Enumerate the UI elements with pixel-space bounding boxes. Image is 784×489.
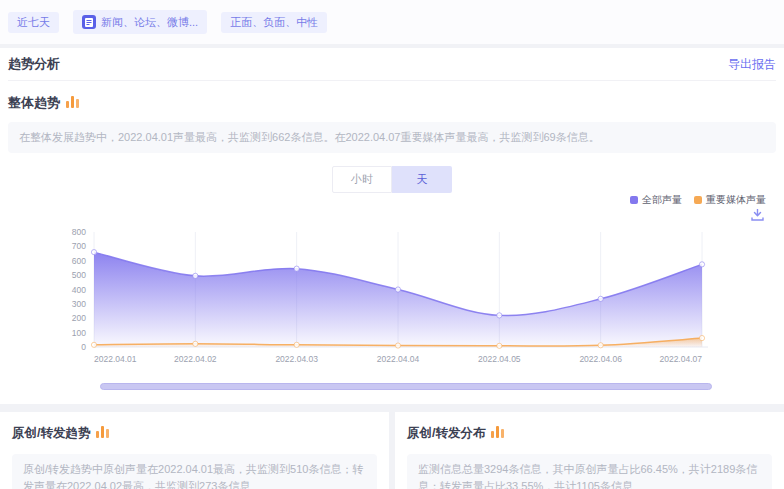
filter-bar: 近七天 新闻、论坛、微博... 正面、负面、中性 — [0, 0, 784, 44]
original-forward-distribution-card: 原创/转发分布 监测信息总量3294条信息，其中原创声量占比66.45%，共计2… — [395, 412, 784, 489]
trend-analysis-card: 趋势分析 导出报告 整体趋势 在整体发展趋势中，2022.04.01声量最高，共… — [0, 48, 784, 404]
card-header: 原创/转发趋势 — [12, 424, 377, 442]
svg-text:2022.04.02: 2022.04.02 — [174, 354, 217, 364]
granularity-toggle: 小时 天 — [332, 166, 452, 193]
granularity-hour-button[interactable]: 小时 — [332, 166, 392, 193]
svg-text:2022.04.01: 2022.04.01 — [94, 354, 137, 364]
overall-trend-section-header: 整体趋势 — [8, 94, 776, 112]
svg-text:600: 600 — [72, 256, 86, 266]
filter-chip-sources[interactable]: 新闻、论坛、微博... — [73, 10, 207, 34]
chart-toolbar — [8, 209, 776, 223]
svg-text:2022.04.03: 2022.04.03 — [275, 354, 318, 364]
svg-text:200: 200 — [72, 313, 86, 323]
filter-chip-date-label: 近七天 — [17, 17, 50, 28]
card-title: 原创/转发分布 — [407, 425, 485, 442]
datazoom-slider[interactable] — [100, 383, 712, 390]
legend-item-total-volume[interactable]: 全部声量 — [630, 193, 682, 207]
filter-chip-sentiment-label: 正面、负面、中性 — [230, 17, 318, 28]
bar-chart-icon — [491, 424, 504, 442]
svg-text:2022.04.07: 2022.04.07 — [659, 354, 702, 364]
trend-area-chart[interactable]: 01002003004005006007008002022.04.012022.… — [8, 225, 776, 375]
granularity-toggle-row: 小时 天 — [8, 166, 776, 193]
svg-text:300: 300 — [72, 299, 86, 309]
legend-swatch-purple — [630, 196, 638, 204]
svg-text:100: 100 — [72, 328, 86, 338]
card-description: 原创/转发趋势中原创声量在2022.04.01最高，共监测到510条信息；转发声… — [12, 454, 377, 489]
filter-chip-sentiment[interactable]: 正面、负面、中性 — [221, 12, 327, 33]
section-title: 整体趋势 — [8, 94, 60, 112]
legend-label-total: 全部声量 — [642, 193, 682, 207]
granularity-day-button[interactable]: 天 — [392, 166, 452, 193]
svg-text:700: 700 — [72, 241, 86, 251]
original-forward-trend-card: 原创/转发趋势 原创/转发趋势中原创声量在2022.04.01最高，共监测到51… — [0, 412, 389, 489]
chart-legend: 全部声量 重要媒体声量 — [8, 193, 776, 207]
svg-text:500: 500 — [72, 270, 86, 280]
svg-text:2022.04.06: 2022.04.06 — [579, 354, 622, 364]
filter-chip-date-range[interactable]: 近七天 — [8, 12, 59, 33]
legend-swatch-orange — [694, 196, 702, 204]
svg-text:2022.04.04: 2022.04.04 — [377, 354, 420, 364]
page: 近七天 新闻、论坛、微博... 正面、负面、中性 趋势分析 导出报告 整体趋势 … — [0, 0, 784, 489]
card-description: 监测信息总量3294条信息，其中原创声量占比66.45%，共计2189条信息；转… — [407, 454, 772, 489]
card-header: 原创/转发分布 — [407, 424, 772, 442]
page-title: 趋势分析 — [8, 55, 60, 73]
legend-item-media-volume[interactable]: 重要媒体声量 — [694, 193, 766, 207]
export-report-link[interactable]: 导出报告 — [728, 56, 776, 73]
download-icon[interactable] — [751, 209, 764, 221]
svg-text:800: 800 — [72, 227, 86, 237]
filter-chip-sources-label: 新闻、论坛、微博... — [101, 17, 198, 28]
svg-text:400: 400 — [72, 285, 86, 295]
source-media-icon — [82, 15, 96, 29]
bar-chart-icon — [96, 424, 109, 442]
svg-text:2022.04.05: 2022.04.05 — [478, 354, 521, 364]
overall-trend-description: 在整体发展趋势中，2022.04.01声量最高，共监测到662条信息。在2022… — [8, 122, 776, 153]
bar-chart-icon — [66, 94, 79, 112]
svg-text:0: 0 — [81, 342, 86, 352]
card-header: 趋势分析 导出报告 — [8, 48, 776, 81]
legend-label-media: 重要媒体声量 — [706, 193, 766, 207]
card-title: 原创/转发趋势 — [12, 425, 90, 442]
bottom-cards-row: 原创/转发趋势 原创/转发趋势中原创声量在2022.04.01最高，共监测到51… — [0, 412, 784, 489]
